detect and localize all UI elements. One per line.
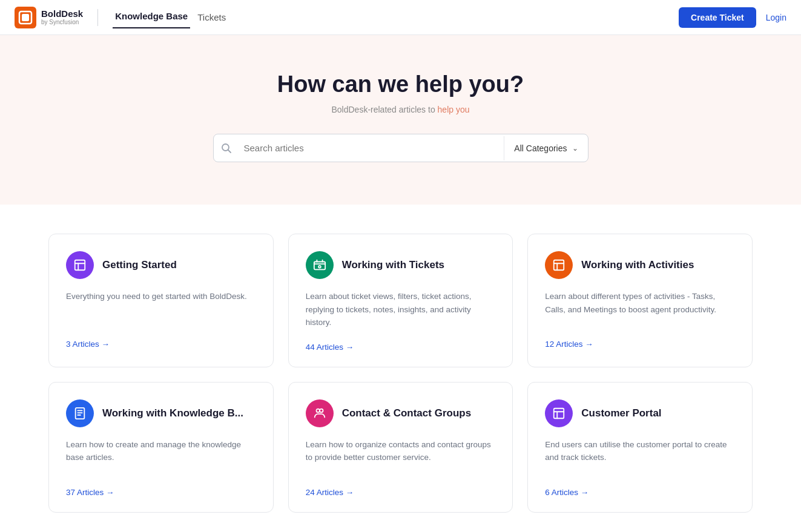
working-activities-icon: [545, 251, 573, 279]
create-ticket-button[interactable]: Create Ticket: [679, 7, 756, 28]
card-description: Everything you need to get started with …: [66, 290, 256, 326]
category-select[interactable]: All Categories ⌄: [504, 143, 587, 153]
card-working-tickets: Working with Tickets Learn about ticket …: [288, 234, 513, 367]
logo-text: BoldDesk by Syncfusion: [41, 9, 83, 26]
card-header: Working with Activities: [545, 251, 735, 279]
nav-tickets[interactable]: Tickets: [195, 7, 228, 28]
nav-divider: [97, 9, 98, 26]
hero-section: How can we help you? BoldDesk-related ar…: [0, 35, 801, 205]
hero-subtitle-text: BoldDesk-related articles to: [331, 105, 437, 114]
header: BoldDesk by Syncfusion Knowledge Base Ti…: [0, 0, 801, 35]
contact-groups-icon: [306, 399, 334, 427]
logo-sub: by Syncfusion: [41, 19, 83, 25]
working-tickets-icon: [306, 251, 334, 279]
card-description: Learn about different types of activitie…: [545, 290, 735, 326]
card-articles-link[interactable]: 44 Articles →: [306, 343, 354, 352]
card-articles-link[interactable]: 12 Articles →: [545, 340, 593, 349]
card-title: Working with Tickets: [342, 259, 444, 271]
search-bar: All Categories ⌄: [213, 134, 588, 162]
cards-section: Getting Started Everything you need to g…: [0, 205, 801, 532]
svg-rect-8: [554, 260, 564, 271]
hero-subtitle-highlight: help you: [438, 105, 470, 114]
main-nav: Knowledge Base Tickets: [113, 6, 679, 28]
card-working-activities: Working with Activities Learn about diff…: [527, 234, 753, 367]
card-title: Working with Knowledge B...: [102, 407, 243, 419]
svg-line-4: [228, 149, 231, 153]
card-title: Contact & Contact Groups: [342, 407, 471, 419]
search-icon: [214, 143, 239, 154]
card-title: Getting Started: [102, 259, 177, 271]
chevron-down-icon: ⌄: [572, 144, 578, 153]
card-articles-link[interactable]: 3 Articles →: [66, 340, 110, 349]
svg-rect-2: [22, 14, 29, 21]
card-description: Learn how to organize contacts and conta…: [306, 438, 496, 475]
card-articles-link[interactable]: 37 Articles →: [66, 488, 114, 497]
card-header: Contact & Contact Groups: [306, 399, 496, 427]
hero-title: How can we help you?: [15, 71, 786, 97]
logo-area: BoldDesk by Syncfusion: [15, 7, 83, 28]
card-header: Working with Knowledge B...: [66, 399, 256, 427]
customer-portal-icon: [545, 399, 573, 427]
card-header: Working with Tickets: [306, 251, 496, 279]
category-label: All Categories: [514, 143, 567, 153]
card-header: Getting Started: [66, 251, 256, 279]
card-description: Learn about ticket views, filters, ticke…: [306, 290, 496, 329]
svg-rect-5: [75, 260, 85, 271]
header-actions: Create Ticket Login: [679, 7, 786, 28]
svg-point-11: [320, 409, 323, 412]
card-header: Customer Portal: [545, 399, 735, 427]
logo-name: BoldDesk: [41, 9, 83, 19]
working-knowledge-icon: [66, 399, 94, 427]
hero-subtitle: BoldDesk-related articles to help you: [15, 105, 786, 114]
card-articles-link[interactable]: 24 Articles →: [306, 488, 354, 497]
nav-knowledge-base[interactable]: Knowledge Base: [113, 6, 190, 28]
card-title: Customer Portal: [581, 407, 661, 419]
bolddesk-logo-icon: [15, 7, 36, 28]
card-customer-portal: Customer Portal End users can utilise th…: [527, 382, 753, 513]
cards-grid: Getting Started Everything you need to g…: [48, 234, 753, 513]
card-working-knowledge: Working with Knowledge B... Learn how to…: [48, 382, 274, 513]
card-description: Learn how to create and manage the knowl…: [66, 438, 256, 475]
svg-rect-12: [554, 409, 564, 419]
getting-started-icon: [66, 251, 94, 279]
login-button[interactable]: Login: [766, 13, 786, 22]
card-description: End users can utilise the customer porta…: [545, 438, 735, 475]
svg-point-7: [318, 266, 321, 268]
search-input[interactable]: [239, 134, 504, 162]
card-contact-groups: Contact & Contact Groups Learn how to or…: [288, 382, 513, 513]
card-getting-started: Getting Started Everything you need to g…: [48, 234, 274, 367]
card-articles-link[interactable]: 6 Articles →: [545, 488, 588, 497]
card-title: Working with Activities: [581, 259, 694, 271]
